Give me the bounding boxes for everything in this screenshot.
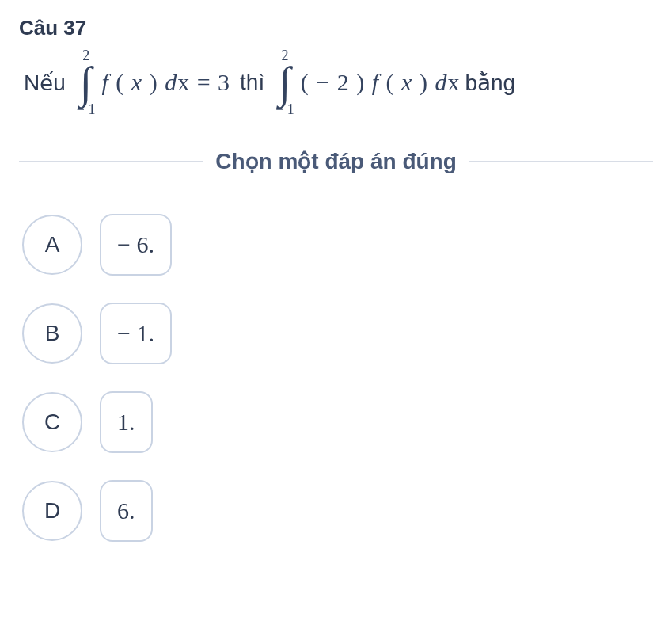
integral-sign-icon: ∫ [80, 63, 92, 102]
choice-value-a[interactable]: − 6. [100, 214, 172, 276]
choice-b[interactable]: B − 1. [22, 303, 653, 364]
choice-value-c[interactable]: 1. [100, 391, 153, 453]
integral-2: 2 ∫ − 1 [274, 48, 296, 116]
instruction-row: Chọn một đáp án đúng [19, 148, 653, 174]
choice-c[interactable]: C 1. [22, 391, 653, 453]
divider-left [19, 161, 203, 162]
question-prompt: Nếu 2 ∫ − 1 f ( x ) dx = 3 thì 2 ∫ − 1 (… [19, 48, 653, 116]
integral-sign-icon: ∫ [279, 63, 290, 102]
expr-1: f ( x ) dx = 3 [101, 69, 230, 96]
expr-2: ( − 2 ) f ( x ) dx [301, 69, 461, 96]
question-label: Câu 37 [19, 16, 653, 40]
instruction-text: Chọn một đáp án đúng [215, 148, 457, 174]
integral-1-lower: − 1 [77, 102, 96, 116]
divider-right [469, 161, 653, 162]
choice-letter-d[interactable]: D [22, 481, 82, 541]
word-thi: thì [235, 70, 269, 95]
integral-1: 2 ∫ − 1 [75, 48, 97, 116]
choice-letter-c[interactable]: C [22, 392, 82, 452]
word-neu: Nếu [19, 70, 70, 96]
choice-letter-b[interactable]: B [22, 303, 82, 364]
choices-list: A − 6. B − 1. C 1. D 6. [22, 214, 653, 542]
choice-value-d[interactable]: 6. [100, 480, 153, 542]
choice-a[interactable]: A − 6. [22, 214, 653, 276]
word-bang: bằng [465, 70, 520, 96]
integral-2-lower: − 1 [275, 102, 294, 116]
choice-d[interactable]: D 6. [22, 480, 653, 542]
choice-value-b[interactable]: − 1. [100, 303, 172, 364]
choice-letter-a[interactable]: A [22, 215, 82, 275]
